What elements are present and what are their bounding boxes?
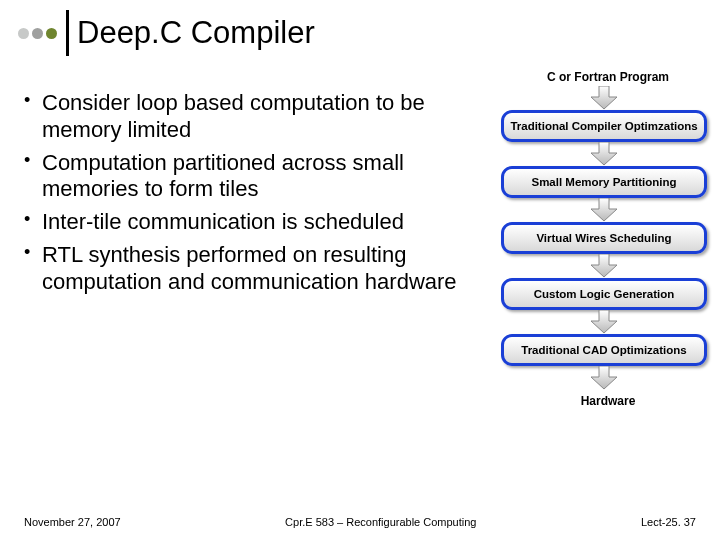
list-item: •Inter-tile communication is scheduled bbox=[24, 209, 472, 236]
dot-icon bbox=[46, 28, 57, 39]
flow-input-label: C or Fortran Program bbox=[480, 70, 710, 84]
flow-stage: Custom Logic Generation bbox=[501, 278, 707, 310]
flow-output-label: Hardware bbox=[480, 394, 710, 408]
slide-header: Deep.C Compiler bbox=[0, 0, 720, 70]
list-item: •Consider loop based computation to be m… bbox=[24, 90, 472, 144]
svg-marker-4 bbox=[591, 310, 617, 333]
list-item: •RTL synthesis performed on resulting co… bbox=[24, 242, 472, 296]
flow-stage: Virtual Wires Scheduling bbox=[501, 222, 707, 254]
compiler-flow-diagram: C or Fortran Program Traditional Compile… bbox=[480, 70, 710, 408]
bullet-text: Consider loop based computation to be me… bbox=[42, 90, 472, 144]
arrow-down-icon bbox=[589, 86, 619, 110]
arrow-down-icon bbox=[589, 198, 619, 222]
svg-marker-0 bbox=[591, 86, 617, 109]
slide-footer: November 27, 2007 Cpr.E 583 – Reconfigur… bbox=[0, 516, 720, 528]
stage-label: Traditional Compiler Optimzations bbox=[510, 120, 697, 132]
stage-label: Custom Logic Generation bbox=[534, 288, 675, 300]
flow-stage: Traditional Compiler Optimzations bbox=[501, 110, 707, 142]
flow-stage: Traditional CAD Optimizations bbox=[501, 334, 707, 366]
svg-marker-2 bbox=[591, 198, 617, 221]
arrow-down-icon bbox=[589, 254, 619, 278]
flow-stage: Small Memory Partitioning bbox=[501, 166, 707, 198]
vertical-rule-icon bbox=[66, 10, 69, 56]
dot-icon bbox=[32, 28, 43, 39]
list-item: •Computation partitioned across small me… bbox=[24, 150, 472, 204]
svg-marker-5 bbox=[591, 366, 617, 389]
footer-page: Lect-25. 37 bbox=[641, 516, 696, 528]
dot-icon bbox=[18, 28, 29, 39]
bullet-text: RTL synthesis performed on resulting com… bbox=[42, 242, 472, 296]
svg-marker-3 bbox=[591, 254, 617, 277]
footer-date: November 27, 2007 bbox=[24, 516, 121, 528]
bullet-text: Inter-tile communication is scheduled bbox=[42, 209, 404, 236]
slide-title: Deep.C Compiler bbox=[77, 15, 315, 51]
stage-label: Virtual Wires Scheduling bbox=[536, 232, 671, 244]
decorative-dots bbox=[18, 28, 60, 39]
stage-label: Small Memory Partitioning bbox=[531, 176, 676, 188]
arrow-down-icon bbox=[589, 142, 619, 166]
arrow-down-icon bbox=[589, 366, 619, 390]
stage-label: Traditional CAD Optimizations bbox=[521, 344, 686, 356]
bullet-list: •Consider loop based computation to be m… bbox=[24, 70, 480, 408]
arrow-down-icon bbox=[589, 310, 619, 334]
footer-course: Cpr.E 583 – Reconfigurable Computing bbox=[285, 516, 476, 528]
svg-marker-1 bbox=[591, 142, 617, 165]
bullet-text: Computation partitioned across small mem… bbox=[42, 150, 472, 204]
